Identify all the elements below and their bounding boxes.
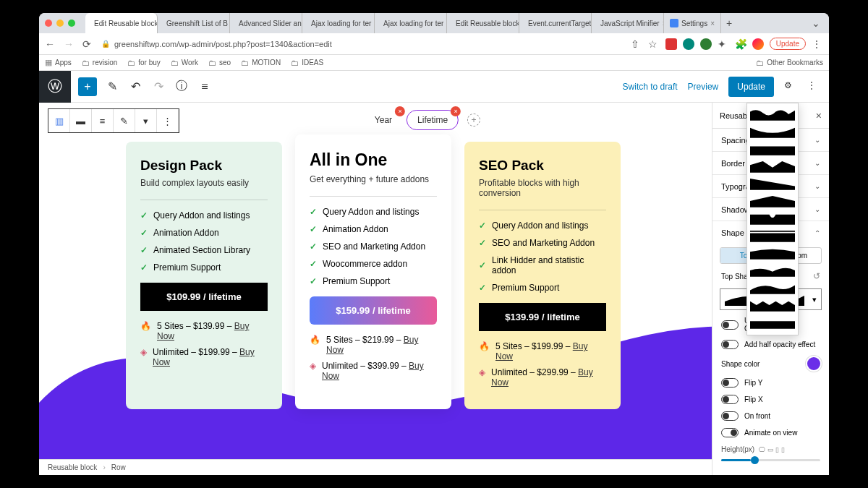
shape-option[interactable] bbox=[750, 314, 795, 330]
browser-tab[interactable]: Edit Reusable block× bbox=[85, 13, 158, 33]
bookmark-folder[interactable]: 🗀for buy bbox=[127, 59, 161, 67]
other-bookmarks[interactable]: 🗀Other Bookmarks bbox=[756, 59, 823, 67]
browser-update-button[interactable]: Update bbox=[770, 38, 806, 50]
browser-tab[interactable]: Greenshift List of B× bbox=[158, 13, 230, 33]
chevron-down-icon[interactable]: ⌄ bbox=[812, 17, 823, 29]
more-options-icon[interactable]: ⋮ bbox=[807, 80, 820, 93]
toggle-flip-y[interactable] bbox=[721, 378, 739, 388]
shape-option[interactable] bbox=[750, 297, 795, 313]
minimize-window[interactable] bbox=[56, 20, 64, 27]
preview-button[interactable]: Preview bbox=[688, 82, 719, 92]
svg-rect-0 bbox=[750, 146, 795, 155]
extension-icon[interactable] bbox=[665, 38, 677, 50]
switch-to-draft[interactable]: Switch to draft bbox=[623, 82, 678, 92]
reload-button[interactable]: ⟳ bbox=[82, 38, 94, 50]
price-button[interactable]: $109.99 / lifetime bbox=[140, 283, 268, 311]
browser-tab[interactable]: Advanced Slider an× bbox=[230, 13, 302, 33]
pricing-card-seo[interactable]: SEO Pack Profitable blocks with high con… bbox=[464, 142, 621, 409]
price-button[interactable]: $159.99 / lifetime bbox=[310, 296, 437, 325]
breadcrumb-item[interactable]: Row bbox=[111, 463, 126, 471]
close-sidebar-icon[interactable]: × bbox=[816, 110, 822, 121]
maximize-window[interactable] bbox=[68, 20, 75, 27]
extension-icon[interactable] bbox=[683, 38, 694, 50]
browser-tab[interactable]: Ajax loading for ter× bbox=[375, 13, 447, 33]
browser-tab[interactable]: JavaScript Minifier× bbox=[592, 13, 664, 33]
list-view-icon[interactable]: ≡ bbox=[197, 79, 213, 95]
browser-tab[interactable]: Edit Reusable block× bbox=[447, 13, 519, 33]
bookmark-folder[interactable]: 🗀Work bbox=[171, 59, 198, 67]
card-subtitle: Get everything + future addons bbox=[310, 174, 437, 184]
check-icon: ✓ bbox=[140, 210, 148, 221]
profile-avatar[interactable] bbox=[752, 38, 764, 50]
undo-button[interactable]: ↶ bbox=[127, 79, 143, 95]
height-slider[interactable] bbox=[721, 459, 820, 461]
more-icon[interactable]: ⋮ bbox=[157, 109, 179, 132]
justify-icon[interactable]: ≡ bbox=[92, 109, 114, 132]
bookmark-folder[interactable]: 🗀seo bbox=[208, 59, 231, 67]
shape-option[interactable] bbox=[750, 262, 795, 278]
redo-button[interactable]: ↷ bbox=[150, 79, 166, 95]
shape-option[interactable] bbox=[750, 176, 795, 192]
style-icon[interactable]: ✎ bbox=[114, 109, 135, 132]
remove-tab-icon[interactable]: × bbox=[395, 106, 405, 116]
browser-tab[interactable]: Ajax loading for ter× bbox=[302, 13, 375, 33]
shape-option[interactable] bbox=[750, 210, 795, 226]
block-breadcrumb: Reusable block › Row bbox=[39, 459, 829, 475]
apps-bookmark[interactable]: ▦Apps bbox=[45, 58, 72, 67]
new-tab-button[interactable]: + bbox=[721, 17, 737, 29]
settings-icon[interactable]: ⚙ bbox=[784, 80, 797, 93]
shape-option[interactable] bbox=[750, 158, 795, 174]
columns-icon[interactable]: ▥ bbox=[48, 109, 70, 132]
toggle-half-opacity[interactable] bbox=[721, 340, 739, 349]
add-tab-button[interactable]: + bbox=[467, 114, 480, 127]
responsive-icons[interactable]: 🖵 ▭ ▯ ▯ bbox=[759, 446, 785, 453]
url-field[interactable]: 🔒greenshiftwp.com/wp-admin/post.php?post… bbox=[101, 40, 624, 48]
feature-item: ✓Animated Section Library bbox=[140, 245, 268, 255]
bookmark-folder[interactable]: 🗀revision bbox=[82, 59, 117, 67]
shape-option[interactable] bbox=[750, 280, 795, 296]
remove-tab-icon[interactable]: × bbox=[451, 106, 461, 116]
toggle-animate[interactable] bbox=[721, 428, 739, 437]
browser-tab[interactable]: Settings× bbox=[664, 13, 721, 33]
toggle-flip-x[interactable] bbox=[721, 395, 739, 404]
reset-icon[interactable]: ↺ bbox=[813, 271, 820, 281]
align-icon[interactable]: ▬ bbox=[70, 109, 92, 132]
add-block-button[interactable]: + bbox=[78, 77, 97, 96]
puzzle-icon[interactable]: 🧩 bbox=[735, 38, 746, 50]
bookmark-folder[interactable]: 🗀MOTION bbox=[241, 59, 281, 67]
tab-year[interactable]: Year× bbox=[365, 111, 402, 129]
price-button[interactable]: $139.99 / lifetime bbox=[479, 303, 606, 331]
breadcrumb-item[interactable]: Reusable block bbox=[48, 463, 97, 471]
menu-icon[interactable]: ⋮ bbox=[812, 38, 823, 50]
share-icon[interactable]: ⇧ bbox=[631, 38, 642, 50]
shape-option[interactable] bbox=[750, 193, 795, 209]
shape-option[interactable] bbox=[750, 228, 795, 244]
bookmarks-bar: ▦Apps 🗀revision 🗀for buy 🗀Work 🗀seo 🗀MOT… bbox=[39, 55, 829, 71]
shape-option[interactable] bbox=[750, 124, 795, 140]
color-swatch[interactable] bbox=[807, 357, 820, 370]
edit-icon[interactable]: ✎ bbox=[104, 79, 120, 95]
chevron-down-icon: ⌄ bbox=[814, 136, 820, 144]
extensions-icon[interactable]: ✦ bbox=[718, 38, 729, 50]
close-window[interactable] bbox=[45, 20, 52, 27]
bookmark-folder[interactable]: 🗀IDEAS bbox=[291, 59, 323, 67]
shape-option[interactable] bbox=[750, 141, 795, 157]
card-title: All in One bbox=[310, 150, 437, 170]
wordpress-logo[interactable]: ⓦ bbox=[39, 71, 71, 103]
forward-button[interactable]: → bbox=[64, 38, 75, 50]
dropdown-icon[interactable]: ▾ bbox=[135, 109, 157, 132]
update-button[interactable]: Update bbox=[728, 77, 774, 97]
toggle-on-front[interactable] bbox=[721, 411, 739, 421]
back-button[interactable]: ← bbox=[45, 38, 56, 50]
pricing-card-all[interactable]: All in One Get everything + future addon… bbox=[295, 134, 451, 409]
chevron-down-icon: ▾ bbox=[812, 295, 817, 304]
star-icon[interactable]: ☆ bbox=[648, 38, 660, 50]
shape-option[interactable] bbox=[750, 106, 795, 122]
extension-icon[interactable] bbox=[700, 38, 712, 50]
pricing-card-design[interactable]: Design Pack Build complex layouts easily… bbox=[126, 142, 282, 409]
info-icon[interactable]: ⓘ bbox=[174, 79, 190, 95]
tab-lifetime[interactable]: Lifetime× bbox=[407, 110, 459, 130]
shape-option[interactable] bbox=[750, 245, 795, 261]
browser-tab[interactable]: Event.currentTarget× bbox=[519, 13, 592, 33]
toggle-advanced-gradient[interactable] bbox=[721, 320, 739, 330]
